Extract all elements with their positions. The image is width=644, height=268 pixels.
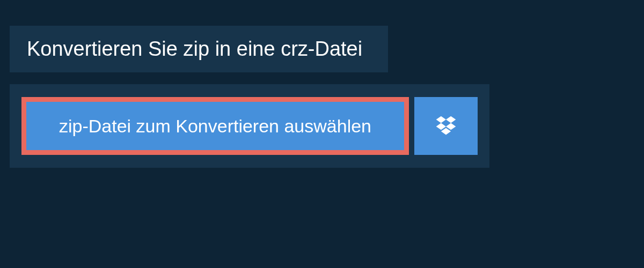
svg-marker-1 [446, 116, 456, 123]
dropbox-icon [434, 114, 458, 138]
select-file-button[interactable]: zip-Datei zum Konvertieren auswählen [21, 97, 409, 155]
svg-marker-4 [441, 128, 451, 135]
dropbox-button[interactable] [414, 97, 478, 155]
upload-panel: zip-Datei zum Konvertieren auswählen [10, 84, 489, 168]
svg-marker-0 [436, 116, 446, 123]
heading-container: Konvertieren Sie zip in eine crz-Datei [10, 26, 388, 72]
select-file-button-label: zip-Datei zum Konvertieren auswählen [59, 116, 371, 137]
svg-marker-2 [436, 123, 446, 130]
svg-marker-3 [446, 123, 456, 130]
page-heading: Konvertieren Sie zip in eine crz-Datei [27, 38, 362, 61]
